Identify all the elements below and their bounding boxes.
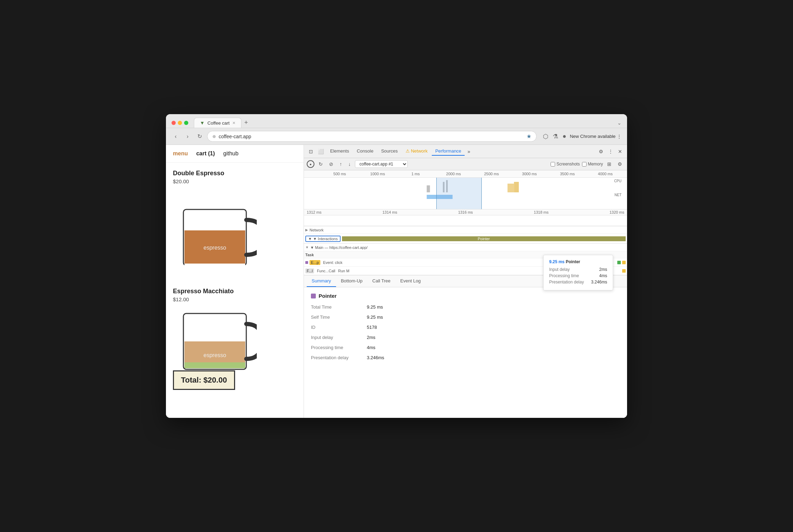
profile-icon[interactable]: ● (562, 133, 566, 140)
maximize-button[interactable] (184, 121, 188, 125)
product-name-2: Espresso Macchiato (173, 288, 297, 295)
summary-row-id: ID 5178 (311, 325, 620, 330)
screenshots-checkbox[interactable] (551, 162, 555, 167)
reload-button[interactable]: ↻ (195, 133, 204, 140)
ruler-mark-2000: 2000 ms (435, 172, 473, 176)
interactions-expand-icon: ▼ (308, 237, 312, 241)
upload-button[interactable]: ↑ (337, 160, 344, 168)
processing-time-label: Processing time (311, 345, 367, 350)
clear-button[interactable]: ⊘ (327, 160, 335, 168)
new-tab-button[interactable]: + (241, 118, 251, 128)
url-bar[interactable]: ⊕ coffee-cart.app ★ (207, 131, 537, 142)
refresh-record-button[interactable]: ↻ (317, 160, 325, 168)
back-button[interactable]: ‹ (172, 133, 180, 140)
task-chip-1: E...p (310, 260, 320, 265)
security-icon: ⊕ (212, 134, 216, 139)
zoomed-ruler: 1312 ms 1314 ms 1316 ms 1318 ms 1320 ms (304, 209, 627, 215)
capture-settings-button[interactable]: ⊞ (605, 160, 613, 168)
tab-network[interactable]: ⚠ Network (402, 147, 431, 156)
new-chrome-button[interactable]: New Chrome available ⋮ (570, 134, 621, 139)
sum-tab-summary[interactable]: Summary (307, 275, 336, 287)
more-tabs-button[interactable]: » (465, 147, 472, 156)
ruler-mark-500: 500 ms (321, 172, 359, 176)
nav-cart-link[interactable]: cart (1) (196, 150, 215, 157)
summary-row-presentation-delay: Presentation delay 3.246ms (311, 355, 620, 360)
nav-menu-link[interactable]: menu (173, 150, 188, 157)
tooltip-presentation-delay-row: Presentation delay 3.246ms (549, 280, 607, 285)
tooltip-presentation-delay-label: Presentation delay (549, 280, 584, 285)
instance-select[interactable]: coffee-cart.app #1 (355, 160, 408, 168)
total-badge: Total: $20.00 (173, 370, 235, 390)
performance-icon[interactable]: ⚗ (553, 133, 558, 140)
tooltip-processing-time-label: Processing time (549, 273, 579, 278)
ruler-mark-2500: 2500 ms (473, 172, 511, 176)
svg-rect-11 (508, 184, 514, 192)
devtools-panel: ⊡ ⬜ Elements Console Sources ⚠ Network P… (304, 145, 627, 418)
memory-label: Memory (588, 162, 603, 167)
summary-panel: Summary Bottom-Up Call Tree Event Log Po… (304, 275, 627, 418)
product-item-2: Espresso Macchiato $12.00 espresso Total… (173, 288, 297, 390)
green-chip-icon (617, 261, 621, 264)
summary-content: Pointer Total Time 9.25 ms Self Time 9.2… (304, 287, 627, 371)
ruler-mark-3500: 3500 ms (548, 172, 587, 176)
site-nav: menu cart (1) github (166, 145, 304, 163)
task-chips-right-2 (622, 269, 626, 273)
main-thread-expand-icon[interactable]: ▼ (305, 245, 309, 249)
more-options-button[interactable]: ⋮ (606, 147, 615, 156)
active-tab[interactable]: ▼ Coffee cart ✕ (194, 118, 241, 128)
tab-console[interactable]: Console (353, 147, 377, 156)
settings-button[interactable]: ⚙ (597, 147, 605, 156)
sum-tab-bottom-up[interactable]: Bottom-Up (336, 275, 368, 287)
download-button[interactable]: ↓ (346, 160, 353, 168)
presentation-delay-value: 3.246ms (367, 355, 384, 360)
tab-elements[interactable]: Elements (327, 147, 352, 156)
record-button[interactable]: ● (307, 160, 314, 168)
input-delay-label: Input delay (311, 335, 367, 340)
device-toolbar-button[interactable]: ⬜ (316, 147, 326, 156)
url-text: coffee-cart.app (219, 134, 524, 139)
interactions-box[interactable]: ▼ ▼ Interactions (305, 236, 341, 242)
network-warning-icon: ⚠ (406, 148, 410, 154)
tooltip-input-delay-value: 2ms (599, 267, 607, 272)
inspect-element-button[interactable]: ⊡ (307, 147, 315, 156)
tab-performance[interactable]: Performance (432, 147, 465, 156)
summary-title: Pointer (311, 293, 620, 299)
sum-tab-event-log[interactable]: Event Log (395, 275, 426, 287)
timeline-selection[interactable] (436, 178, 482, 209)
settings-gear-button[interactable]: ⚙ (616, 160, 624, 168)
tab-close-icon[interactable]: ✕ (232, 121, 235, 125)
summary-row-self-time: Self Time 9.25 ms (311, 315, 620, 320)
yellow-chip-icon (622, 261, 626, 264)
main-thread-label: ▼ Main — https://coffee-cart.app/ (310, 245, 368, 250)
interactions-content: ▼ ▼ Interactions Pointer (305, 236, 626, 242)
close-devtools-button[interactable]: ✕ (616, 147, 624, 156)
extensions-icon[interactable]: ⬡ (543, 133, 548, 140)
bookmark-icon[interactable]: ★ (526, 133, 531, 140)
memory-checkbox[interactable] (582, 162, 587, 167)
nav-github-link[interactable]: github (223, 150, 239, 157)
tracks-area: ▶ Network ▼ ▼ Interactions Pointer (304, 226, 627, 275)
ruler-mark-4000: 4000 ms (586, 172, 624, 176)
pointer-color-swatch (311, 294, 316, 298)
new-chrome-more-icon: ⋮ (617, 134, 621, 139)
sum-tab-call-tree[interactable]: Call Tree (368, 275, 395, 287)
network-track-row: ▶ Network (304, 226, 627, 234)
close-button[interactable] (172, 121, 176, 125)
minimize-button[interactable] (178, 121, 182, 125)
coffee-cup-1: espresso (173, 189, 257, 272)
svg-rect-8 (427, 185, 430, 192)
overview-timeline[interactable]: 500 ms 1000 ms 1 ms 2000 ms 2500 ms 3000… (304, 170, 627, 226)
traffic-lights (172, 121, 188, 125)
forward-button[interactable]: › (183, 133, 192, 140)
input-delay-value: 2ms (367, 335, 376, 340)
browser-window: ▼ Coffee cart ✕ + ⌄ ‹ › ↻ ⊕ coffee-cart.… (166, 114, 627, 418)
tooltip-header: 9.25 ms Pointer (549, 259, 607, 264)
cpu-net-chart: CPU NET (304, 178, 627, 209)
zoom-mark-1318: 1318 ms (534, 210, 548, 214)
browser-chevron-icon[interactable]: ⌄ (617, 120, 621, 126)
summary-title-text: Pointer (319, 293, 337, 299)
summary-row-input-delay: Input delay 2ms (311, 335, 620, 340)
tooltip-processing-time-row: Processing time 4ms (549, 273, 607, 278)
network-expand-icon[interactable]: ▶ (305, 228, 308, 232)
tab-sources[interactable]: Sources (378, 147, 401, 156)
